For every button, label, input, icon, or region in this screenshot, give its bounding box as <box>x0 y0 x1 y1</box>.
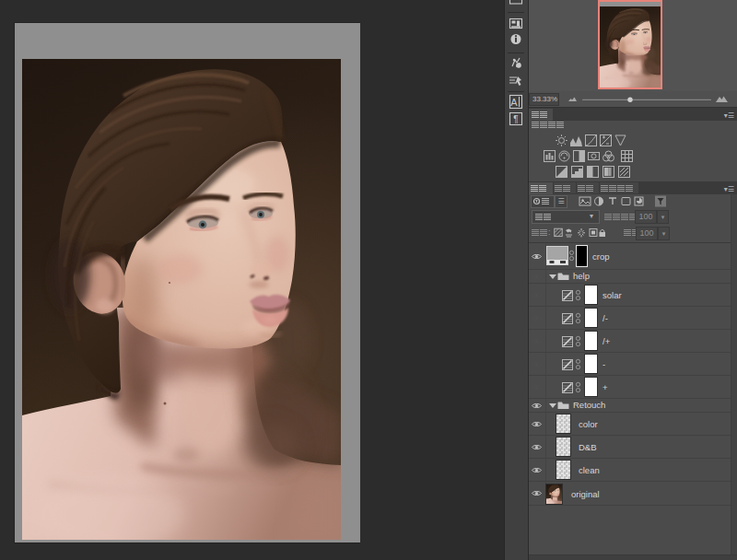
svg-text:¶: ¶ <box>513 114 518 124</box>
svg-text:A: A <box>510 97 518 108</box>
